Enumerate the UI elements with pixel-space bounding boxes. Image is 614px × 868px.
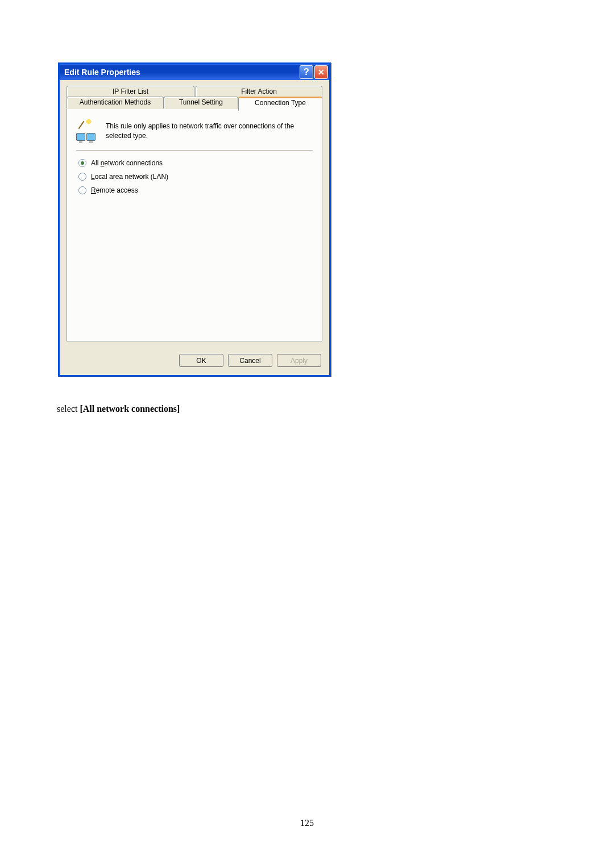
radio-label: Remote access bbox=[91, 186, 138, 194]
tabs: IP Filter List Filter Action Authenticat… bbox=[67, 86, 322, 110]
button-row: OK Cancel Apply bbox=[60, 348, 329, 375]
page-number: 125 bbox=[0, 818, 614, 828]
radio-label: All network connections bbox=[91, 159, 163, 167]
radio-icon bbox=[78, 173, 86, 181]
radio-remote-access[interactable]: Remote access bbox=[78, 186, 310, 194]
tab-area: IP Filter List Filter Action Authenticat… bbox=[60, 80, 329, 348]
tab-ip-filter-list[interactable]: IP Filter List bbox=[67, 86, 194, 98]
edit-rule-dialog: Edit Rule Properties ? ✕ IP Filter List … bbox=[58, 62, 331, 377]
tab-tunnel-setting[interactable]: Tunnel Setting bbox=[164, 97, 238, 108]
tab-connection-type[interactable]: Connection Type bbox=[238, 97, 322, 111]
tab-authentication-methods[interactable]: Authentication Methods bbox=[67, 97, 164, 108]
tab-panel-connection-type: This rule only applies to network traffi… bbox=[67, 109, 322, 341]
radio-all-network[interactable]: All network connections bbox=[78, 159, 310, 167]
close-icon[interactable]: ✕ bbox=[314, 65, 328, 79]
description-text: This rule only applies to network traffi… bbox=[106, 119, 313, 141]
network-magic-icon bbox=[76, 122, 96, 141]
dialog-title: Edit Rule Properties bbox=[64, 68, 300, 77]
titlebar-buttons: ? ✕ bbox=[300, 65, 328, 79]
tab-filter-action[interactable]: Filter Action bbox=[196, 86, 322, 98]
radio-icon bbox=[78, 159, 86, 167]
radio-lan[interactable]: Local area network (LAN) bbox=[78, 173, 310, 181]
help-icon[interactable]: ? bbox=[300, 65, 313, 79]
radio-label: Local area network (LAN) bbox=[91, 173, 168, 181]
apply-button: Apply bbox=[277, 354, 321, 367]
ok-button[interactable]: OK bbox=[179, 354, 223, 367]
radio-group: All network connections Local area netwo… bbox=[67, 159, 322, 194]
radio-icon bbox=[78, 186, 86, 194]
titlebar: Edit Rule Properties ? ✕ bbox=[60, 64, 329, 80]
cancel-button[interactable]: Cancel bbox=[228, 354, 272, 367]
instruction-text: select [All network connections] bbox=[57, 404, 557, 414]
separator bbox=[76, 150, 313, 151]
